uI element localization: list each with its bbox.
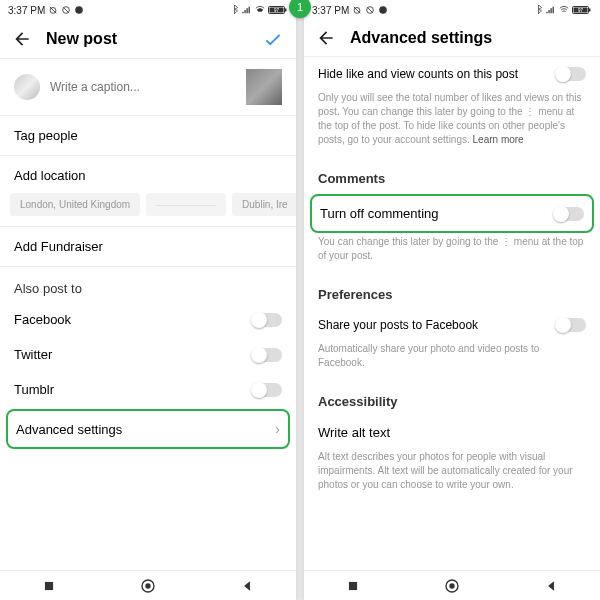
back-arrow-icon[interactable] — [316, 28, 336, 48]
facebook-row: Facebook — [0, 302, 296, 337]
tumblr-row: Tumblr — [0, 372, 296, 407]
alarm-off-icon — [352, 5, 362, 15]
also-post-heading: Also post to — [0, 267, 296, 302]
location-chip[interactable]: Dublin, Ire — [232, 193, 296, 216]
spotify-icon — [378, 5, 388, 15]
signal-icon — [545, 5, 556, 15]
svg-rect-18 — [589, 9, 591, 12]
status-time: 3:37 PM — [312, 5, 349, 16]
add-location-row[interactable]: Add location — [0, 156, 296, 187]
svg-rect-21 — [349, 581, 357, 589]
alarm-off-icon — [48, 5, 58, 15]
svg-point-16 — [380, 6, 388, 14]
accessibility-heading: Accessibility — [304, 380, 600, 415]
share-facebook-label: Share your posts to Facebook — [318, 318, 478, 332]
wifi-icon — [254, 5, 266, 15]
page-title: New post — [46, 30, 248, 48]
dnd-icon — [61, 5, 71, 15]
header: Advanced settings — [304, 20, 600, 57]
share-facebook-row: Share your posts to Facebook — [304, 308, 600, 342]
preferences-heading: Preferences — [304, 273, 600, 308]
svg-rect-9 — [45, 581, 53, 589]
avatar — [14, 74, 40, 100]
post-thumbnail[interactable] — [246, 69, 282, 105]
page-title: Advanced settings — [350, 29, 588, 47]
status-time: 3:37 PM — [8, 5, 45, 16]
svg-line-15 — [368, 8, 373, 13]
share-facebook-toggle[interactable] — [556, 318, 586, 332]
add-fundraiser-label: Add Fundraiser — [14, 239, 103, 254]
back-arrow-icon[interactable] — [12, 29, 32, 49]
nav-back-icon[interactable] — [544, 579, 558, 593]
nav-home-icon[interactable] — [140, 578, 156, 594]
nav-bar — [304, 570, 600, 600]
chevron-right-icon: › — [275, 421, 280, 437]
turn-off-description: You can change this later by going to th… — [304, 235, 600, 273]
bluetooth-icon — [534, 5, 543, 15]
twitter-row: Twitter — [0, 337, 296, 372]
tumblr-toggle[interactable] — [252, 383, 282, 397]
facebook-label: Facebook — [14, 312, 71, 327]
turn-off-commenting-toggle[interactable] — [554, 207, 584, 221]
battery-icon: 97 — [572, 5, 592, 15]
twitter-label: Twitter — [14, 347, 52, 362]
status-bar: 3:37 PM 97 — [304, 0, 600, 20]
caption-input[interactable] — [50, 80, 236, 94]
svg-text:97: 97 — [274, 8, 280, 13]
wifi-icon — [558, 5, 570, 15]
turn-off-commenting-row: Turn off commenting — [310, 194, 594, 233]
hide-counts-description: Only you will see the total number of li… — [304, 91, 600, 157]
write-alt-text-label: Write alt text — [318, 425, 390, 440]
hide-counts-row: Hide like and view counts on this post — [304, 57, 600, 91]
svg-text:97: 97 — [578, 8, 584, 13]
location-chip[interactable]: London, United Kingdom — [10, 193, 140, 216]
advanced-settings-label: Advanced settings — [16, 422, 122, 437]
svg-point-11 — [145, 583, 150, 588]
write-alt-text-row[interactable]: Write alt text — [304, 415, 600, 450]
tag-people-row[interactable]: Tag people — [0, 116, 296, 156]
status-bar: 3:37 PM 97 — [0, 0, 296, 20]
nav-recent-icon[interactable] — [346, 579, 360, 593]
comments-heading: Comments — [304, 157, 600, 192]
header: New post — [0, 20, 296, 59]
facebook-toggle[interactable] — [252, 313, 282, 327]
svg-rect-6 — [285, 9, 287, 12]
battery-icon: 97 — [268, 5, 288, 15]
spotify-icon — [74, 5, 84, 15]
advanced-settings-row[interactable]: Advanced settings › — [6, 409, 290, 449]
tag-people-label: Tag people — [14, 128, 78, 143]
svg-point-4 — [76, 6, 84, 14]
caption-row — [0, 59, 296, 116]
turn-off-commenting-label: Turn off commenting — [320, 206, 439, 221]
share-facebook-description: Automatically share your photo and video… — [304, 342, 600, 380]
phone-left: 3:37 PM 97 New post Tag people — [0, 0, 296, 600]
signal-icon — [241, 5, 252, 15]
nav-bar — [0, 570, 296, 600]
nav-back-icon[interactable] — [240, 579, 254, 593]
bluetooth-icon — [230, 5, 239, 15]
add-fundraiser-row[interactable]: Add Fundraiser — [0, 227, 296, 267]
svg-point-23 — [449, 583, 454, 588]
location-chip[interactable]: —————— — [146, 193, 226, 216]
svg-line-3 — [64, 8, 69, 13]
nav-home-icon[interactable] — [444, 578, 460, 594]
twitter-toggle[interactable] — [252, 348, 282, 362]
hide-counts-label: Hide like and view counts on this post — [318, 67, 526, 81]
location-suggestions: London, United Kingdom —————— Dublin, Ir… — [0, 187, 296, 227]
dnd-icon — [365, 5, 375, 15]
tumblr-label: Tumblr — [14, 382, 54, 397]
nav-recent-icon[interactable] — [42, 579, 56, 593]
phone-right: 3:37 PM 97 Advanced settings Hide like a… — [304, 0, 600, 600]
learn-more-link[interactable]: Learn more — [473, 134, 524, 145]
confirm-check-icon[interactable] — [262, 28, 284, 50]
add-location-label: Add location — [14, 168, 86, 183]
hide-counts-toggle[interactable] — [556, 67, 586, 81]
alt-text-description: Alt text describes your photos for peopl… — [304, 450, 600, 502]
